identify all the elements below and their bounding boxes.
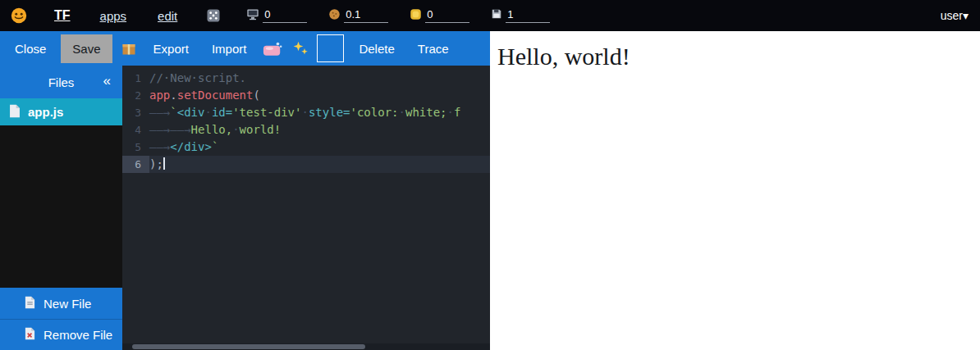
code-line-5: 5 ——→</div>` xyxy=(122,139,490,156)
code-token: ` xyxy=(170,106,176,119)
space-marker: · xyxy=(204,106,211,119)
code-token: white; xyxy=(405,106,447,119)
code-token: //·New·script. xyxy=(149,71,246,84)
space-marker: · xyxy=(447,106,454,119)
line-number: 5 xyxy=(122,139,149,156)
code-token: f xyxy=(454,106,460,119)
stat-cookie: 0.1 xyxy=(328,8,388,24)
code-token: setDocument xyxy=(177,89,254,102)
save-button[interactable]: Save xyxy=(61,34,112,63)
preview-pane: Hello, world! xyxy=(490,31,980,350)
tab-marker: ——→ xyxy=(170,123,190,136)
tab-marker: ——→ xyxy=(149,106,170,119)
new-file-button[interactable]: New File xyxy=(0,288,122,319)
collapse-sidebar-icon[interactable]: « xyxy=(103,73,111,89)
new-file-label: New File xyxy=(44,297,91,311)
space-marker: · xyxy=(301,106,308,119)
horizontal-scrollbar[interactable] xyxy=(122,343,490,350)
top-bar: TF apps edit 0 0.1 0 1 xyxy=(0,0,980,31)
file-list-empty-area xyxy=(0,125,122,288)
line-number: 3 xyxy=(122,104,149,121)
cookie-icon xyxy=(328,8,341,24)
scrollbar-thumb[interactable] xyxy=(132,344,365,349)
preview-hello-text: Hello, world! xyxy=(497,43,980,70)
code-token: 'test-div' xyxy=(232,106,301,119)
stat-monitor: 0 xyxy=(246,8,307,24)
stats-group: 0 0.1 0 1 xyxy=(246,8,550,24)
smiley-logo-icon[interactable] xyxy=(10,7,28,25)
code-token: ` xyxy=(212,140,218,153)
cookie-stat-value[interactable]: 0.1 xyxy=(344,8,388,23)
file-sidebar: Files « app.js New File Remove File xyxy=(0,66,122,350)
editor-toolbar: Close Save Export Import Delete Trace xyxy=(0,31,490,66)
code-token: ); xyxy=(149,157,163,170)
code-token: Hello, xyxy=(191,123,233,136)
sparkles-icon[interactable] xyxy=(291,37,310,60)
topbar-link-tf[interactable]: TF xyxy=(54,8,71,23)
code-line-6-active: 6 ); xyxy=(122,156,490,173)
disk-stat-value[interactable]: 1 xyxy=(506,8,550,23)
dice-icon[interactable] xyxy=(205,7,222,24)
blank-button[interactable] xyxy=(317,34,344,62)
space-marker: · xyxy=(399,106,405,119)
code-token: app xyxy=(149,89,170,102)
new-file-icon xyxy=(25,296,35,311)
document-icon xyxy=(9,104,21,120)
text-cursor xyxy=(163,157,165,170)
code-line-4: 4 ——→——→Hello,·world! xyxy=(122,121,490,139)
line-number: 1 xyxy=(122,70,149,87)
topbar-link-edit[interactable]: edit xyxy=(158,9,177,23)
coin-stat-value[interactable]: 0 xyxy=(425,8,469,23)
remove-file-icon xyxy=(25,327,35,343)
tab-marker: ——→ xyxy=(149,123,170,136)
code-lines: 1 //·New·script. 2 app.setDocument( 3 ——… xyxy=(122,66,490,173)
floppy-disk-icon xyxy=(491,8,502,23)
line-number: 4 xyxy=(122,121,149,139)
code-token: id= xyxy=(212,106,232,119)
close-button[interactable]: Close xyxy=(7,35,54,62)
code-token: ( xyxy=(253,89,259,102)
coin-icon xyxy=(410,8,422,24)
file-item-appjs[interactable]: app.js xyxy=(0,98,122,125)
monitor-stat-value[interactable]: 0 xyxy=(263,8,307,23)
stat-disk: 1 xyxy=(491,8,550,24)
soap-icon[interactable] xyxy=(261,38,284,60)
code-token: <div xyxy=(177,106,205,119)
code-token: world! xyxy=(240,123,282,136)
code-token: . xyxy=(170,89,176,102)
line-number: 6 xyxy=(122,156,149,173)
remove-file-label: Remove File xyxy=(44,328,112,342)
export-button[interactable]: Export xyxy=(145,35,197,62)
space-marker: · xyxy=(232,123,239,136)
code-line-3: 3 ——→`<div·id='test-div'·style='color:·w… xyxy=(122,104,490,121)
monitor-icon xyxy=(246,8,259,24)
topbar-link-apps[interactable]: apps xyxy=(100,9,127,23)
trace-button[interactable]: Trace xyxy=(410,35,457,62)
line-number: 2 xyxy=(122,87,149,104)
import-button[interactable]: Import xyxy=(204,35,255,62)
code-line-1: 1 //·New·script. xyxy=(122,70,490,87)
code-token: style= xyxy=(309,106,350,119)
code-editor[interactable]: 1 //·New·script. 2 app.setDocument( 3 ——… xyxy=(122,66,490,350)
user-menu[interactable]: user▾ xyxy=(941,9,969,22)
delete-button[interactable]: Delete xyxy=(350,35,402,62)
file-name: app.js xyxy=(28,105,63,119)
files-header: Files « xyxy=(0,66,122,98)
tab-marker: ——→ xyxy=(149,140,170,153)
code-line-2: 2 app.setDocument( xyxy=(122,87,490,104)
remove-file-button[interactable]: Remove File xyxy=(0,319,122,350)
code-token: </div> xyxy=(170,140,212,153)
code-token: 'color: xyxy=(350,106,399,119)
stat-coin: 0 xyxy=(410,8,469,24)
package-icon[interactable] xyxy=(119,37,139,60)
